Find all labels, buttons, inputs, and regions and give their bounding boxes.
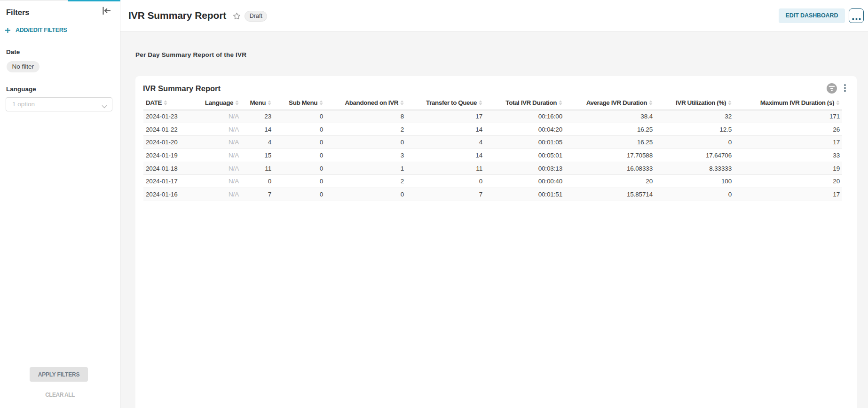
sort-icon <box>319 100 323 106</box>
collapse-filters-button[interactable] <box>102 7 112 17</box>
table-cell: N/A <box>205 136 241 149</box>
column-header[interactable]: DATE <box>143 96 205 110</box>
table-cell: 17 <box>734 136 842 149</box>
table-cell: 20 <box>565 175 655 188</box>
table-cell: N/A <box>205 123 241 136</box>
kebab-vertical-icon <box>844 84 846 94</box>
sort-icon <box>268 100 271 106</box>
table-cell: 0 <box>274 123 325 136</box>
column-header[interactable]: Average IVR Duration <box>565 96 655 110</box>
language-select[interactable]: 1 option <box>6 97 112 111</box>
column-header[interactable]: Maximum IVR Duration (s) <box>734 96 842 110</box>
table-cell: 0 <box>274 175 325 188</box>
table-cell: 26 <box>734 123 842 136</box>
table-cell: 32 <box>655 110 734 123</box>
column-header[interactable]: IVR Utilization (%) <box>655 96 734 110</box>
plus-icon <box>5 27 11 33</box>
table-cell: 8.33333 <box>655 162 734 175</box>
dashboard-header: IVR Summary Report Draft EDIT DASHBOARD <box>120 0 868 31</box>
table-row: 2024-01-19N/A15031400:05:0117.7058817.64… <box>143 149 842 162</box>
table-cell: 14 <box>406 149 485 162</box>
date-filter-chip[interactable]: No filter <box>7 61 39 72</box>
table-cell: 16.08333 <box>565 162 655 175</box>
header-more-button[interactable] <box>849 8 864 23</box>
table-row: 2024-01-20N/A400400:01:0516.25017 <box>143 136 842 149</box>
column-header-label: Maximum IVR Duration (s) <box>760 99 834 106</box>
column-header-label: Abandoned on IVR <box>345 99 398 106</box>
filters-sidebar: Filters ADD/EDIT FILTERS Date No filter … <box>0 0 120 408</box>
table-cell: 17 <box>734 188 842 201</box>
sort-icon <box>559 100 562 106</box>
clear-all-button[interactable]: CLEAR ALL <box>0 392 120 398</box>
table-cell: 00:16:00 <box>485 110 565 123</box>
table-cell: 17.64706 <box>655 149 734 162</box>
sort-icon <box>836 100 840 106</box>
sort-icon <box>400 100 404 106</box>
favorite-star-button[interactable] <box>233 12 241 20</box>
table-cell: N/A <box>205 188 241 201</box>
collapse-panel-icon <box>103 7 111 16</box>
table-cell: N/A <box>205 175 241 188</box>
table-cell: 2024-01-22 <box>143 123 205 136</box>
sort-icon <box>235 100 239 106</box>
table-cell: 0 <box>274 162 325 175</box>
table-cell: 00:03:13 <box>485 162 565 175</box>
table-cell: 0 <box>274 110 325 123</box>
table-cell: 0 <box>274 188 325 201</box>
table-cell: 17.70588 <box>565 149 655 162</box>
column-header-label: Total IVR Duration <box>505 99 557 106</box>
column-header[interactable]: Transfer to Queue <box>406 96 485 110</box>
column-header[interactable]: Sub Menu <box>274 96 325 110</box>
table-cell: 14 <box>406 123 485 136</box>
column-header[interactable]: Total IVR Duration <box>485 96 565 110</box>
column-header-label: Language <box>205 99 233 106</box>
column-header-label: Transfer to Queue <box>426 99 477 106</box>
column-header[interactable]: Abandoned on IVR <box>325 96 406 110</box>
table-cell: 23 <box>241 110 274 123</box>
ivr-summary-table: DATELanguageMenuSub MenuAbandoned on IVR… <box>143 96 842 201</box>
column-header[interactable]: Menu <box>241 96 274 110</box>
sidebar-accent-bar <box>68 0 120 1</box>
status-badge: Draft <box>245 11 267 22</box>
language-filter-label: Language <box>6 85 120 93</box>
add-edit-filters-button[interactable]: ADD/EDIT FILTERS <box>5 27 67 33</box>
table-body: 2024-01-23N/A23081700:16:0038.4321712024… <box>143 110 842 201</box>
table-cell: 20 <box>734 175 842 188</box>
table-cell: 0 <box>325 136 406 149</box>
chart-card: IVR Summary Report <box>135 76 857 408</box>
star-icon <box>233 15 241 22</box>
table-cell: 19 <box>734 162 842 175</box>
table-cell: 12.5 <box>655 123 734 136</box>
table-cell: 1 <box>325 162 406 175</box>
table-row: 2024-01-16N/A700700:01:5115.85714017 <box>143 188 842 201</box>
table-cell: 2024-01-19 <box>143 149 205 162</box>
table-cell: 00:05:01 <box>485 149 565 162</box>
column-header-label: IVR Utilization (%) <box>676 99 726 106</box>
chart-options-kebab-button[interactable] <box>842 83 848 94</box>
page-title: IVR Summary Report <box>128 10 226 21</box>
applied-filter-badge-button[interactable] <box>827 83 837 94</box>
table-row: 2024-01-23N/A23081700:16:0038.432171 <box>143 110 842 123</box>
table-cell: N/A <box>205 110 241 123</box>
table-cell: N/A <box>205 162 241 175</box>
table-cell: 16.25 <box>565 136 655 149</box>
column-header-label: Menu <box>250 99 266 106</box>
table-cell: 100 <box>655 175 734 188</box>
table-cell: 00:00:40 <box>485 175 565 188</box>
table-cell: 2024-01-18 <box>143 162 205 175</box>
column-header-label: DATE <box>146 99 162 106</box>
dashboard-content: Per Day Summary Report of the IVR IVR Su… <box>120 31 868 408</box>
table-cell: 0 <box>325 188 406 201</box>
apply-filters-button[interactable]: APPLY FILTERS <box>30 367 88 382</box>
markdown-text: Per Day Summary Report of the IVR <box>135 50 857 60</box>
filters-title: Filters <box>6 7 30 18</box>
column-header-label: Average IVR Duration <box>586 99 647 106</box>
table-row: 2024-01-18N/A11011100:03:1316.083338.333… <box>143 162 842 175</box>
column-header[interactable]: Language <box>205 96 241 110</box>
table-cell: 16.25 <box>565 123 655 136</box>
table-cell: 00:04:20 <box>485 123 565 136</box>
table-cell: 2024-01-23 <box>143 110 205 123</box>
edit-dashboard-button[interactable]: EDIT DASHBOARD <box>779 8 845 23</box>
table-cell: 0 <box>274 149 325 162</box>
table-cell: 0 <box>655 136 734 149</box>
